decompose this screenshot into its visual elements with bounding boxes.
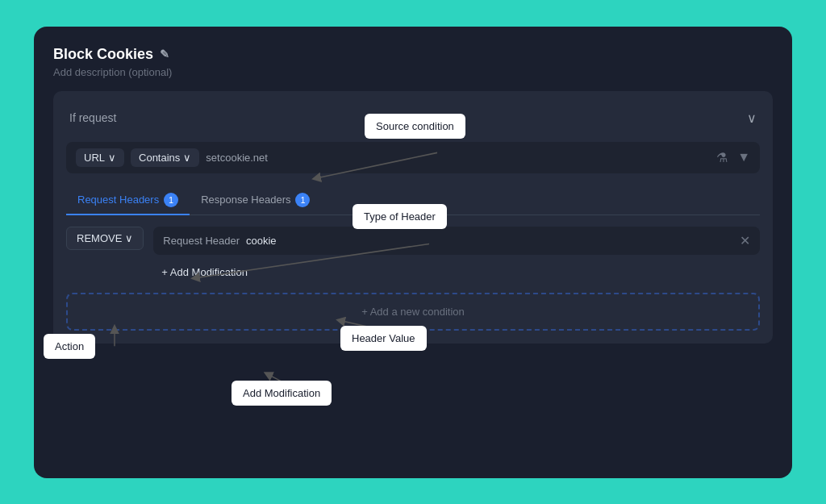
tooltip-type-of-header: Type of Header (353, 204, 447, 229)
mod-value: cookie (246, 235, 277, 247)
contains-filter-badge[interactable]: Contains ∨ (131, 148, 199, 167)
url-label: URL (84, 152, 105, 164)
source-label: If request (69, 111, 116, 124)
url-chevron-icon: ∨ (108, 152, 116, 164)
tab-response-label: Response Headers (201, 194, 290, 206)
tooltip-header-value: Header Value (340, 326, 427, 351)
filter-action-icons: ⚗ ▼ (716, 150, 750, 165)
contains-chevron-icon: ∨ (183, 152, 191, 164)
flask-icon[interactable]: ⚗ (716, 150, 728, 165)
tab-request-headers[interactable]: Request Headers 1 (66, 186, 190, 215)
tooltip-add-modification: Add Modification (232, 381, 332, 406)
request-headers-badge: 1 (164, 193, 178, 207)
tooltip-source-condition: Source condition (365, 114, 465, 139)
add-condition-label: + Add a new condition (361, 306, 465, 318)
action-row: REMOVE ∨ Request Header cookie ✕ + Add M… (66, 227, 760, 283)
page-title: Block Cookies ✎ (53, 46, 773, 63)
tooltip-action: Action (44, 334, 95, 359)
remove-label: REMOVE (77, 232, 122, 244)
chevron-down-icon: ∨ (747, 110, 757, 126)
close-icon[interactable]: ✕ (740, 233, 750, 248)
url-filter-badge[interactable]: URL ∨ (76, 148, 124, 167)
main-card: Block Cookies ✎ Add description (optiona… (34, 27, 792, 478)
mod-type: Request Header (163, 235, 240, 247)
add-condition-button[interactable]: + Add a new condition (66, 293, 760, 331)
filter-value: setcookie.net (206, 152, 710, 164)
edit-icon[interactable]: ✎ (160, 48, 169, 60)
add-mod-label: + Add Modification (161, 266, 248, 278)
filter-row: URL ∨ Contains ∨ setcookie.net ⚗ ▼ (66, 142, 760, 173)
response-headers-badge: 1 (295, 193, 310, 207)
modification-area: Request Header cookie ✕ + Add Modificati… (153, 227, 760, 283)
tab-request-label: Request Headers (77, 194, 159, 206)
tab-response-headers[interactable]: Response Headers 1 (190, 186, 321, 215)
filter-icon[interactable]: ▼ (737, 150, 750, 165)
action-chevron-icon: ∨ (125, 232, 133, 244)
modification-row: Request Header cookie ✕ (153, 227, 760, 255)
add-modification-button[interactable]: + Add Modification (153, 261, 256, 283)
title-text: Block Cookies (53, 46, 153, 63)
remove-action-button[interactable]: REMOVE ∨ (66, 227, 144, 250)
contains-label: Contains (139, 152, 180, 164)
page-description[interactable]: Add description (optional) (53, 66, 773, 78)
